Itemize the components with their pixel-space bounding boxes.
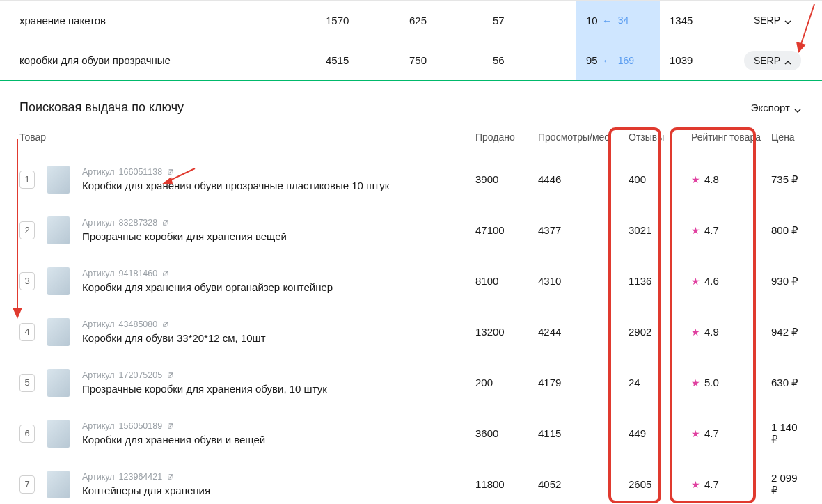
product-rank-badge: 7 xyxy=(19,475,35,494)
product-price: 630 ₽ xyxy=(771,377,801,389)
star-icon: ★ xyxy=(691,479,700,490)
product-rating: ★ 4.6 xyxy=(691,275,771,287)
keyword-position-cell: 95 ← 169 xyxy=(576,40,660,80)
product-reviews: 400 xyxy=(629,173,691,185)
product-rating: ★ 4.8 xyxy=(691,173,771,185)
product-price: 1 140 ₽ xyxy=(771,421,801,446)
keyword-metric: 1039 xyxy=(660,54,743,66)
external-link-icon xyxy=(161,321,169,329)
serp-label: SERP xyxy=(754,55,780,66)
rating-value: 5.0 xyxy=(704,377,719,388)
rating-value: 4.7 xyxy=(704,427,719,439)
external-link-icon xyxy=(161,270,169,278)
product-thumbnail[interactable] xyxy=(47,166,70,194)
product-sold: 8100 xyxy=(475,275,538,287)
product-thumbnail[interactable] xyxy=(47,216,70,244)
product-sku-link[interactable]: Артикул 166051138 xyxy=(82,167,389,177)
position-previous: 169 xyxy=(618,55,634,66)
product-row: 3 Артикул 94181460 Коробки для хранения … xyxy=(0,255,822,306)
product-rating: ★ 5.0 xyxy=(691,377,771,388)
keyword-metric: 750 xyxy=(409,54,493,66)
product-row: 4 Артикул 43485080 Коробки для обуви 33*… xyxy=(0,306,822,357)
serp-section-title: Поисковая выдача по ключу xyxy=(19,100,184,115)
product-sku-link[interactable]: Артикул 94181460 xyxy=(82,269,333,278)
product-sku-link[interactable]: Артикул 172075205 xyxy=(82,370,327,380)
keyword-metric: 56 xyxy=(493,54,576,66)
serp-toggle-button[interactable]: SERP xyxy=(744,10,801,30)
product-price: 930 ₽ xyxy=(771,275,801,288)
arrow-left-icon: ← xyxy=(602,54,612,66)
product-title[interactable]: Прозрачные коробки для хранения обуви, 1… xyxy=(82,383,327,395)
sku-prefix: Артикул xyxy=(82,167,115,177)
position-previous: 34 xyxy=(618,15,629,26)
product-row: 2 Артикул 83287328 Прозрачные коробки дл… xyxy=(0,205,822,255)
product-thumbnail[interactable] xyxy=(47,471,70,498)
col-product: Товар xyxy=(19,132,475,143)
product-sku-link[interactable]: Артикул 43485080 xyxy=(82,320,266,329)
rating-value: 4.9 xyxy=(704,326,719,338)
product-reviews: 449 xyxy=(629,427,691,439)
product-sku-link[interactable]: Артикул 123964421 xyxy=(82,472,210,482)
product-reviews: 1136 xyxy=(629,275,691,287)
sku-value: 123964421 xyxy=(119,472,163,482)
product-views: 4052 xyxy=(538,478,629,490)
product-thumbnail[interactable] xyxy=(47,318,70,346)
serp-label: SERP xyxy=(754,15,780,26)
rating-value: 4.7 xyxy=(704,478,719,490)
keyword-metric: 1345 xyxy=(660,15,743,26)
product-rank-badge: 2 xyxy=(19,221,35,239)
sku-value: 94181460 xyxy=(119,269,158,278)
product-rating: ★ 4.7 xyxy=(691,427,771,439)
product-row: 7 Артикул 123964421 Контейнеры для хране… xyxy=(0,459,822,504)
product-views: 4377 xyxy=(538,224,629,236)
product-rating: ★ 4.7 xyxy=(691,224,771,236)
chevron-up-icon xyxy=(784,57,791,64)
product-sold: 200 xyxy=(475,377,538,388)
serp-toggle-button[interactable]: SERP xyxy=(744,51,801,70)
product-price: 942 ₽ xyxy=(771,326,801,338)
product-views: 4115 xyxy=(538,427,629,439)
product-row: 6 Артикул 156050189 Коробки для хранения… xyxy=(0,408,822,459)
products-header-row: Товар Продано Просмотры/мес Отзывы Рейти… xyxy=(0,132,822,154)
sku-prefix: Артикул xyxy=(82,269,115,278)
product-title[interactable]: Прозрачные коробки для хранения вещей xyxy=(82,230,287,242)
product-title[interactable]: Коробки для обуви 33*20*12 см, 10шт xyxy=(82,332,266,344)
sku-prefix: Артикул xyxy=(82,472,115,482)
product-sku-link[interactable]: Артикул 156050189 xyxy=(82,421,265,431)
product-rank-badge: 4 xyxy=(19,323,35,341)
product-rank-badge: 3 xyxy=(19,272,35,290)
product-title[interactable]: Контейнеры для хранения xyxy=(82,485,210,496)
product-views: 4446 xyxy=(538,173,629,185)
product-sku-link[interactable]: Артикул 83287328 xyxy=(82,218,287,228)
product-thumbnail[interactable] xyxy=(47,420,70,448)
external-link-icon xyxy=(166,473,174,481)
sku-value: 172075205 xyxy=(119,370,163,380)
keyword-row: коробки для обуви прозрачные 4515 750 56… xyxy=(0,40,822,81)
product-thumbnail[interactable] xyxy=(47,267,70,295)
product-rating: ★ 4.9 xyxy=(691,326,771,338)
product-title[interactable]: Коробки для хранения обуви и вещей xyxy=(82,434,265,446)
col-views: Просмотры/мес xyxy=(538,132,629,143)
product-views: 4310 xyxy=(538,275,629,287)
product-thumbnail[interactable] xyxy=(47,369,70,397)
keyword-position-cell: 10 ← 34 xyxy=(576,1,660,40)
rating-value: 4.7 xyxy=(704,224,719,236)
chevron-down-icon xyxy=(794,104,801,111)
product-title[interactable]: Коробки для хранения обуви прозрачные пл… xyxy=(82,180,389,191)
sku-value: 83287328 xyxy=(119,218,158,228)
export-button[interactable]: Экспорт xyxy=(751,102,801,113)
star-icon: ★ xyxy=(691,428,700,439)
product-reviews: 2902 xyxy=(629,326,691,338)
product-rank-badge: 6 xyxy=(19,425,35,443)
rating-value: 4.8 xyxy=(704,173,719,185)
product-title[interactable]: Коробки для хранения обуви органайзер ко… xyxy=(82,281,333,293)
keyword-text: коробки для обуви прозрачные xyxy=(19,54,326,66)
product-sold: 13200 xyxy=(475,326,538,338)
product-sold: 11800 xyxy=(475,478,538,490)
col-price: Цена xyxy=(771,132,801,143)
star-icon: ★ xyxy=(691,225,700,236)
product-reviews: 3021 xyxy=(629,224,691,236)
star-icon: ★ xyxy=(691,326,700,338)
product-rank-badge: 5 xyxy=(19,374,35,392)
external-link-icon xyxy=(166,168,174,176)
